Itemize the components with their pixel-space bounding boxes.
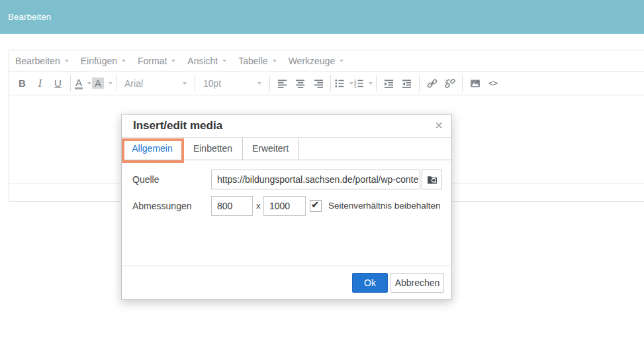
text-color-icon: A	[75, 77, 83, 89]
link-icon	[427, 78, 437, 89]
underline-button[interactable]: U	[49, 75, 67, 92]
toolbar-separator	[419, 75, 420, 91]
editor-toolbar: B I U A A Arial 10pt	[9, 72, 644, 95]
chevron-down-icon	[183, 82, 187, 85]
dialog-title: Insert/edit media	[133, 115, 222, 137]
image-icon	[470, 78, 481, 89]
dimensions-label: Abmessungen	[132, 196, 192, 216]
insert-link-button[interactable]	[423, 75, 441, 92]
chevron-down-icon	[369, 82, 373, 85]
chevron-down-icon	[273, 60, 277, 62]
toolbar-separator	[462, 75, 463, 91]
align-center-button[interactable]	[291, 75, 309, 92]
tab-erweitert[interactable]: Erweitert	[243, 138, 299, 160]
italic-button[interactable]: I	[31, 75, 49, 92]
text-color-button[interactable]: A	[74, 75, 92, 92]
align-center-icon	[295, 78, 306, 89]
folder-search-icon	[427, 174, 437, 185]
outdent-icon	[402, 78, 412, 89]
height-input[interactable]	[263, 196, 306, 216]
font-size-select[interactable]: 10pt	[199, 75, 266, 92]
toolbar-separator	[70, 75, 71, 91]
dialog-tab-bar: Allgemein Einbetten Erweitert	[122, 138, 451, 160]
dimensions-separator: x	[256, 196, 261, 216]
menu-bearbeiten[interactable]: Bearbeiten	[9, 50, 75, 71]
indent-button[interactable]	[380, 75, 398, 92]
dialog-body: Quelle Abmessungen x ✔ Seitenverhältnis …	[122, 160, 451, 266]
background-color-button[interactable]: A	[92, 75, 113, 92]
cancel-button[interactable]: Abbrechen	[391, 273, 444, 293]
chevron-down-icon	[87, 82, 91, 85]
dialog-footer: Ok Abbrechen	[122, 266, 451, 299]
align-right-button[interactable]	[309, 75, 327, 92]
width-input[interactable]	[211, 196, 253, 216]
menu-ansicht[interactable]: Ansicht	[181, 50, 232, 71]
indent-icon	[384, 78, 394, 89]
menu-einfuegen[interactable]: Einfügen	[75, 50, 132, 71]
insert-image-button[interactable]	[466, 75, 484, 92]
checkmark-icon: ✔	[311, 199, 320, 211]
svg-text:3: 3	[354, 84, 357, 88]
source-input[interactable]	[211, 170, 420, 189]
menu-werkzeuge[interactable]: Werkzeuge	[283, 50, 350, 71]
constrain-proportions-label: Seitenverhältnis beibehalten	[328, 196, 441, 216]
unlink-icon	[445, 78, 455, 89]
menu-tabelle[interactable]: Tabelle	[232, 50, 282, 71]
bullet-list-icon	[334, 78, 345, 89]
browse-media-button[interactable]	[422, 170, 442, 189]
font-family-select[interactable]: Arial	[120, 75, 191, 92]
app-header-bar: Bearbeiten	[0, 0, 644, 34]
menu-format[interactable]: Format	[132, 50, 181, 71]
background-color-icon: A	[92, 77, 104, 89]
chevron-down-icon	[65, 60, 69, 62]
align-left-icon	[277, 78, 288, 89]
dialog-header: Insert/edit media ×	[122, 115, 451, 138]
tab-allgemein[interactable]: Allgemein	[122, 138, 183, 160]
outdent-button[interactable]	[398, 75, 416, 92]
toolbar-separator	[269, 75, 270, 91]
remove-link-button[interactable]	[441, 75, 459, 92]
numbered-list-icon: 123	[353, 78, 364, 89]
code-icon: <>	[488, 78, 497, 88]
chevron-down-icon	[109, 82, 113, 85]
align-right-icon	[313, 78, 324, 89]
bullet-list-button[interactable]	[334, 75, 353, 92]
align-left-button[interactable]	[273, 75, 291, 92]
insert-edit-media-dialog: Insert/edit media × Allgemein Einbetten …	[121, 114, 452, 300]
toolbar-separator	[330, 75, 331, 91]
chevron-down-icon	[257, 82, 261, 85]
editor-menubar: Bearbeiten Einfügen Format Ansicht Tabel…	[9, 50, 644, 72]
page-title: Bearbeiten	[8, 0, 51, 34]
toolbar-separator	[376, 75, 377, 91]
constrain-proportions-checkbox[interactable]: ✔	[310, 200, 322, 212]
close-icon[interactable]: ×	[435, 115, 443, 136]
tab-einbetten[interactable]: Einbetten	[183, 138, 243, 160]
bold-button[interactable]: B	[13, 75, 31, 92]
chevron-down-icon	[122, 60, 126, 62]
toolbar-separator	[195, 75, 195, 91]
numbered-list-button[interactable]: 123	[353, 75, 373, 92]
chevron-down-icon	[222, 60, 226, 62]
source-code-button[interactable]: <>	[484, 75, 502, 92]
chevron-down-icon	[171, 60, 175, 62]
source-label: Quelle	[132, 170, 159, 189]
ok-button[interactable]: Ok	[352, 273, 388, 293]
chevron-down-icon	[340, 60, 344, 62]
toolbar-separator	[116, 75, 116, 91]
